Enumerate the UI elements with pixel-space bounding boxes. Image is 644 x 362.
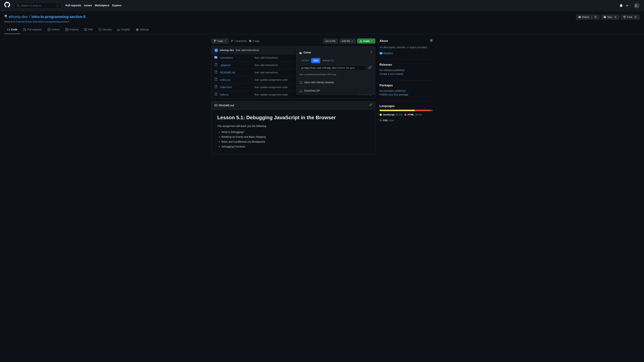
- add-file-chevron-icon: [351, 40, 353, 42]
- file-name[interactable]: index.css: [220, 78, 252, 82]
- readme-edit-button[interactable]: [369, 103, 372, 108]
- lang-bar-css: [430, 110, 433, 111]
- lang-item-css: CSS 4.6%: [380, 119, 394, 122]
- copy-icon: [369, 66, 372, 69]
- security-tab-icon: [99, 28, 102, 31]
- tab-projects[interactable]: Projects: [62, 26, 82, 34]
- about-box: About No description, website, or topics…: [380, 39, 433, 55]
- create-button[interactable]: [626, 4, 631, 7]
- nav-issues[interactable]: Issues: [84, 4, 92, 7]
- desktop-icon: [299, 81, 302, 84]
- tab-code[interactable]: Code: [4, 26, 20, 34]
- commit-message: feat: add instructions: [236, 48, 259, 52]
- file-name[interactable]: instructions: [220, 56, 252, 60]
- projects-tab-icon: [66, 28, 68, 31]
- tab-insights[interactable]: Insights: [114, 26, 133, 34]
- languages-box: Languages JavaScript 65.9% HTML 29.5%: [380, 104, 433, 122]
- clone-url-input[interactable]: [299, 65, 366, 71]
- repo-actions-row: Watch 0 Star 0 Fork 1: [576, 15, 640, 20]
- search-shortcut: /: [56, 4, 59, 8]
- star-button[interactable]: Star 0: [601, 15, 620, 20]
- clone-download-zip[interactable]: Download ZIP: [296, 87, 375, 95]
- repo-header: ethomp-dev / intro-to-programming-sectio…: [0, 11, 644, 34]
- lang-pct-css: 4.6%: [388, 119, 394, 122]
- clone-help-icon[interactable]: ?: [370, 50, 372, 55]
- file-name[interactable]: .gitignore: [220, 63, 252, 67]
- notifications-button[interactable]: [620, 4, 623, 7]
- folder-icon: [214, 56, 218, 60]
- branches-link[interactable]: 2 branches: [231, 39, 247, 43]
- repo-icon: [4, 15, 7, 19]
- download-icon: [360, 40, 362, 43]
- code-button[interactable]: Code: [357, 39, 375, 44]
- code-chevron-icon: [371, 40, 373, 42]
- file-name[interactable]: index.js: [220, 93, 252, 97]
- tab-settings[interactable]: Settings: [133, 26, 152, 34]
- actions-tab-icon: [48, 28, 50, 31]
- tab-security[interactable]: Security: [96, 26, 115, 34]
- clone-open-desktop[interactable]: Open with GitHub Desktop: [296, 78, 375, 87]
- branch-selector[interactable]: main: [211, 39, 229, 44]
- clone-protocol-tabs: HTTPS SSH GitHub CLI: [296, 57, 375, 63]
- nav-explore[interactable]: Explore: [112, 4, 121, 7]
- create-release-link[interactable]: Create a new release: [380, 73, 404, 75]
- add-file-button[interactable]: Add file: [339, 39, 356, 44]
- star-icon: [604, 16, 606, 19]
- readme-list: What is Debugging? Breaking on Events an…: [217, 130, 369, 149]
- commit-avatar: e: [214, 49, 218, 52]
- lang-dot-html: [404, 114, 406, 116]
- nav-marketplace[interactable]: Marketplace: [95, 4, 110, 7]
- languages-bar: [380, 110, 433, 111]
- file-name[interactable]: index.html: [220, 85, 252, 89]
- repo-owner-link[interactable]: ethomp-dev: [9, 14, 28, 20]
- readme-title: README.md: [214, 104, 234, 107]
- list-item: Breaking on Events and Basic Stepping: [222, 135, 369, 139]
- lang-name-css: CSS: [383, 119, 388, 122]
- clone-copy-button[interactable]: [368, 65, 372, 71]
- about-title: About: [380, 39, 388, 43]
- tab-actions[interactable]: Actions: [44, 26, 62, 34]
- insights-tab-icon: [117, 28, 120, 31]
- list-item: What is Debugging?: [222, 130, 369, 134]
- repo-tabs: Code Pull requests Actions Projects Wiki: [4, 26, 640, 34]
- lang-dot-javascript: [380, 114, 382, 116]
- topnav-right: [620, 3, 640, 9]
- clone-icon: [299, 51, 302, 54]
- settings-tab-icon: [136, 28, 139, 31]
- releases-box: Releases No releases published Create a …: [380, 63, 433, 76]
- releases-note: No releases published: [380, 68, 433, 72]
- avatar[interactable]: [634, 3, 640, 9]
- lang-list: JavaScript 65.9% HTML 29.5% CSS 4.6%: [380, 113, 433, 122]
- lang-pct-javascript: 65.9%: [396, 113, 402, 117]
- pr-tab-icon: [23, 28, 26, 31]
- wiki-tab-icon: [84, 28, 87, 31]
- tab-wiki[interactable]: Wiki: [81, 26, 96, 34]
- search-box[interactable]: /: [14, 3, 61, 9]
- forked-from-link[interactable]: Code-the-Dream-School/intro-to-programmi…: [16, 21, 70, 23]
- fork-button[interactable]: Fork 1: [621, 15, 640, 20]
- about-settings-icon[interactable]: [430, 39, 433, 43]
- clone-tab-cli[interactable]: GitHub CLI: [320, 58, 336, 63]
- file-icon: [214, 92, 218, 97]
- nav-pull-requests[interactable]: Pull requests: [66, 4, 81, 7]
- clone-tab-https[interactable]: HTTPS: [299, 58, 311, 63]
- publish-package-link[interactable]: Publish your first package: [380, 93, 408, 96]
- readme-content: Lesson 5.1: Debugging JavaScript in the …: [212, 110, 375, 154]
- readme-box: README.md Lesson 5.1: Debugging JavaScri…: [211, 101, 375, 154]
- tags-link[interactable]: 0 tags: [249, 39, 259, 43]
- branches-icon: [231, 40, 233, 42]
- clone-url-row: [296, 63, 375, 73]
- search-input[interactable]: [21, 4, 55, 7]
- about-description: No description, website, or topics provi…: [380, 46, 433, 49]
- clone-tab-ssh[interactable]: SSH: [311, 58, 320, 63]
- github-logo[interactable]: [4, 2, 10, 9]
- file-name[interactable]: README.md: [220, 71, 252, 75]
- repo-name-link[interactable]: intro-to-programming-section-5: [32, 14, 86, 20]
- book-icon: [380, 52, 382, 55]
- about-header: About: [380, 39, 433, 43]
- go-to-file-button[interactable]: Go to file: [323, 39, 338, 44]
- tab-pull-requests[interactable]: Pull requests: [20, 26, 44, 34]
- watch-button[interactable]: Watch 0: [576, 15, 600, 20]
- about-readme-link[interactable]: Readme: [380, 52, 433, 55]
- gear-icon: [430, 39, 433, 42]
